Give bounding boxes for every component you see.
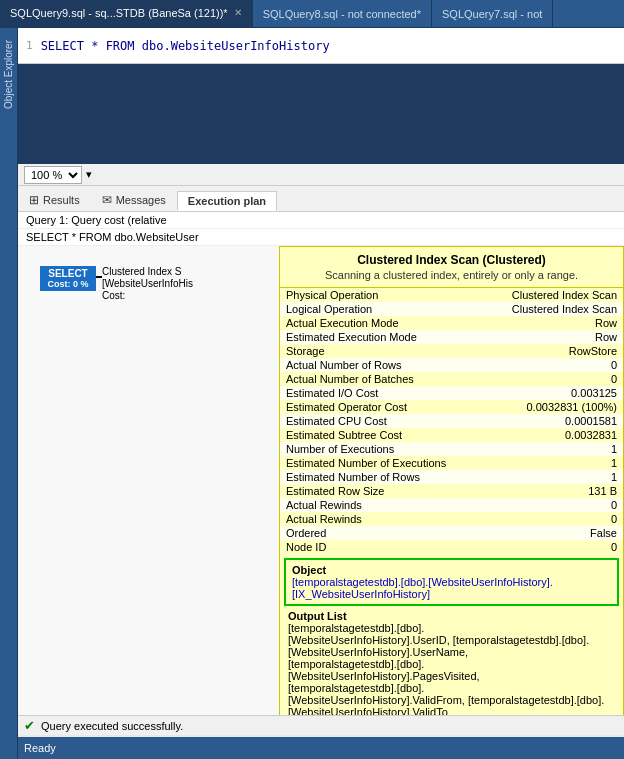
exec-label-1: Clustered Index S [102, 266, 182, 277]
table-row: Actual Number of Batches0 [280, 372, 623, 386]
table-row: Node ID0 [280, 540, 623, 554]
table-row: Estimated Operator Cost0.0032831 (100%) [280, 400, 623, 414]
table-row: OrderedFalse [280, 526, 623, 540]
table-row: Estimated Number of Rows1 [280, 470, 623, 484]
close-icon[interactable]: ✕ [234, 7, 242, 18]
blue-space [18, 64, 624, 164]
sidebar: Object Explorer [0, 28, 18, 759]
ready-text: Ready [24, 742, 56, 754]
select-cost: Cost: 0 % [44, 279, 92, 289]
select-label: SELECT [44, 268, 92, 279]
table-row: Estimated Number of Executions1 [280, 456, 623, 470]
table-row: Estimated CPU Cost0.0001581 [280, 414, 623, 428]
table-row: Number of Executions1 [280, 442, 623, 456]
tab-sqlquery7[interactable]: SQLQuery7.sql - not [432, 0, 553, 27]
zoom-select[interactable]: 100 % 75 % 50 % 150 % [24, 166, 82, 184]
exec-label-3: Cost: [102, 290, 125, 301]
output-label: Output List [288, 610, 615, 622]
tab-sqlquery8[interactable]: SQLQuery8.sql - not connected* [253, 0, 432, 27]
output-section: Output List [temporalstagetestdb].[dbo].… [280, 610, 623, 718]
table-row: Actual Rewinds0 [280, 512, 623, 526]
bottom-panel: 100 % 75 % 50 % 150 % ▾ ⊞ Results ✉ Mess… [18, 164, 624, 759]
tab-execution-plan[interactable]: Execution plan [177, 191, 277, 211]
status-bar: ✔ Query executed successfully. Find Resu… [18, 715, 624, 759]
table-row: Estimated Row Size131 B [280, 484, 623, 498]
results-icon: ⊞ [29, 193, 39, 207]
tooltip-title: Clustered Index Scan (Clustered) [280, 247, 623, 269]
tab-messages[interactable]: ✉ Messages [91, 189, 177, 211]
output-value: [temporalstagetestdb].[dbo]. [WebsiteUse… [288, 622, 615, 718]
object-section: Object [temporalstagetestdb].[dbo].[Webs… [284, 558, 619, 606]
status-success-text: Query executed successfully. [41, 720, 183, 732]
line-number: 1 [26, 39, 33, 52]
exec-plan-area: SELECT Cost: 0 % Clustered Index S [Webs… [18, 246, 624, 759]
zoom-dropdown-icon: ▾ [86, 168, 92, 181]
messages-icon: ✉ [102, 193, 112, 207]
tab-results[interactable]: ⊞ Results [18, 189, 91, 211]
sidebar-label: Object Explorer [3, 40, 14, 109]
main-layout: Object Explorer 1 SELECT * FROM dbo.Webs… [0, 28, 624, 759]
zoom-bar: 100 % 75 % 50 % 150 % ▾ [18, 164, 624, 186]
select-box: SELECT Cost: 0 % [40, 266, 96, 291]
result-tabs: ⊞ Results ✉ Messages Execution plan [18, 186, 624, 212]
exec-label-2: [WebsiteUserInfoHis [102, 278, 193, 289]
tooltip-panel: Clustered Index Scan (Clustered) Scannin… [279, 246, 624, 759]
table-row: StorageRowStore [280, 344, 623, 358]
table-row: Estimated I/O Cost0.003125 [280, 386, 623, 400]
tab-sqlquery9[interactable]: SQLQuery9.sql - sq...STDB (BaneSa (121))… [0, 0, 253, 27]
status-row1: ✔ Query executed successfully. [18, 716, 624, 735]
tab-bar: SQLQuery9.sql - sq...STDB (BaneSa (121))… [0, 0, 624, 28]
table-row: Estimated Subtree Cost0.0032831 [280, 428, 623, 442]
content-area: 1 SELECT * FROM dbo.WebsiteUserInfoHisto… [18, 28, 624, 759]
status-bottom-bar: Ready [18, 737, 624, 759]
tooltip-subtitle: Scanning a clustered index, entirely or … [280, 269, 623, 288]
table-row: Actual Rewinds0 [280, 498, 623, 512]
query-info-line2: SELECT * FROM dbo.WebsiteUser [18, 229, 624, 246]
success-icon: ✔ [24, 718, 35, 733]
object-value: [temporalstagetestdb].[dbo].[WebsiteUser… [292, 576, 611, 600]
table-row: Actual Execution ModeRow [280, 316, 623, 330]
table-row: Logical OperationClustered Index Scan [280, 302, 623, 316]
object-label: Object [292, 564, 611, 576]
properties-table: Physical OperationClustered Index ScanLo… [280, 288, 623, 554]
table-row: Actual Number of Rows0 [280, 358, 623, 372]
query-text: SELECT * FROM dbo.WebsiteUserInfoHistory [41, 39, 330, 53]
table-row: Physical OperationClustered Index Scan [280, 288, 623, 302]
query-editor[interactable]: 1 SELECT * FROM dbo.WebsiteUserInfoHisto… [18, 28, 624, 64]
table-row: Estimated Execution ModeRow [280, 330, 623, 344]
query-info-line1: Query 1: Query cost (relative [18, 212, 624, 229]
